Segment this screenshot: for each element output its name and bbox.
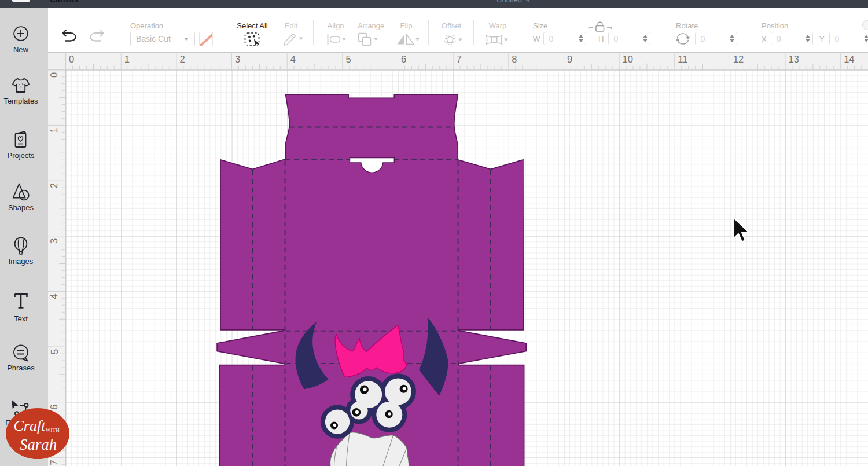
svg-text:14: 14 <box>844 54 854 64</box>
svg-text:4: 4 <box>49 293 60 299</box>
svg-text:7: 7 <box>457 54 462 64</box>
svg-text:6: 6 <box>49 405 60 410</box>
svg-text:0: 0 <box>69 54 74 64</box>
svg-text:11: 11 <box>678 54 687 64</box>
svg-text:12: 12 <box>733 54 744 64</box>
svg-text:8: 8 <box>512 54 517 64</box>
svg-text:3: 3 <box>49 238 60 244</box>
svg-text:5: 5 <box>345 54 351 64</box>
svg-text:4: 4 <box>290 54 296 64</box>
svg-text:2: 2 <box>49 183 60 188</box>
svg-text:5: 5 <box>49 349 60 354</box>
svg-text:2: 2 <box>179 54 185 64</box>
svg-text:10: 10 <box>623 54 633 64</box>
svg-text:7: 7 <box>49 460 60 465</box>
svg-text:0: 0 <box>49 72 60 78</box>
svg-text:1: 1 <box>124 54 130 64</box>
svg-text:6: 6 <box>401 54 406 64</box>
svg-text:1: 1 <box>49 127 60 133</box>
svg-text:3: 3 <box>235 54 240 64</box>
svg-text:9: 9 <box>567 54 572 64</box>
svg-text:13: 13 <box>789 54 799 64</box>
